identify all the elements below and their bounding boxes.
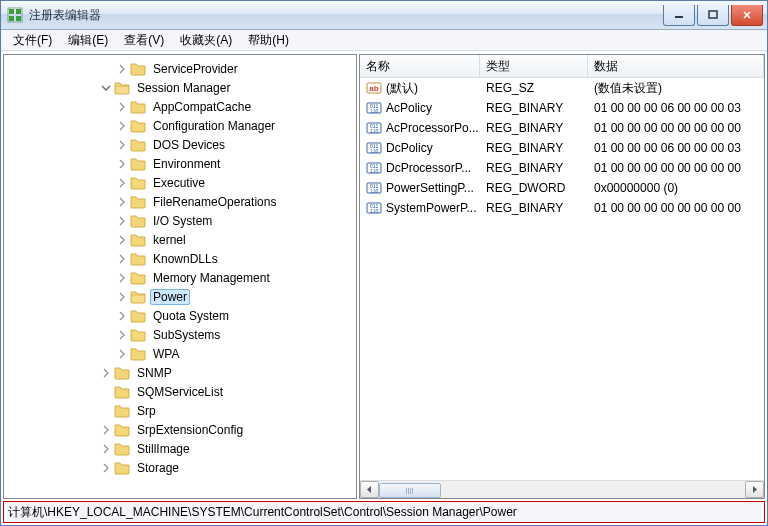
svg-rect-6 (709, 11, 717, 18)
tree-label[interactable]: WPA (150, 346, 182, 362)
list-row[interactable]: 011110AcProcessorPo...REG_BINARY01 00 00… (360, 118, 764, 138)
tree-item[interactable]: Environment (4, 154, 356, 173)
tree-label[interactable]: I/O System (150, 213, 215, 229)
expand-icon[interactable] (116, 101, 128, 113)
expand-icon[interactable] (116, 348, 128, 360)
expand-icon[interactable] (116, 329, 128, 341)
tree-item[interactable]: SNMP (4, 363, 356, 382)
list-row[interactable]: 011110SystemPowerP...REG_BINARY01 00 00 … (360, 198, 764, 218)
menu-help[interactable]: 帮助(H) (240, 30, 297, 51)
expand-icon[interactable] (100, 462, 112, 474)
expand-icon[interactable] (116, 120, 128, 132)
expand-icon[interactable] (100, 424, 112, 436)
tree-item[interactable]: Power (4, 287, 356, 306)
tree-item[interactable]: Storage (4, 458, 356, 477)
tree-label[interactable]: KnownDLLs (150, 251, 221, 267)
tree-item[interactable]: Memory Management (4, 268, 356, 287)
expand-icon[interactable] (116, 158, 128, 170)
scroll-track[interactable] (379, 482, 745, 497)
scroll-right-button[interactable] (745, 481, 764, 498)
horizontal-scrollbar[interactable] (360, 480, 764, 498)
expand-icon[interactable] (116, 63, 128, 75)
tree-label[interactable]: SNMP (134, 365, 175, 381)
tree-label[interactable]: ServiceProvider (150, 61, 241, 77)
maximize-button[interactable] (697, 5, 729, 26)
tree-label[interactable]: kernel (150, 232, 189, 248)
folder-icon (130, 270, 146, 286)
expand-icon[interactable] (116, 196, 128, 208)
cell-name: 011110AcPolicy (360, 100, 480, 116)
close-button[interactable] (731, 5, 763, 26)
column-data[interactable]: 数据 (588, 55, 764, 77)
tree-item[interactable]: Quota System (4, 306, 356, 325)
tree-label[interactable]: Memory Management (150, 270, 273, 286)
tree-item[interactable]: kernel (4, 230, 356, 249)
tree-label[interactable]: Environment (150, 156, 223, 172)
expand-icon[interactable] (100, 443, 112, 455)
menu-file[interactable]: 文件(F) (5, 30, 60, 51)
tree-label[interactable]: SrpExtensionConfig (134, 422, 246, 438)
tree-label[interactable]: Configuration Manager (150, 118, 278, 134)
expand-icon[interactable] (116, 215, 128, 227)
tree-label[interactable]: AppCompatCache (150, 99, 254, 115)
tree-item[interactable]: KnownDLLs (4, 249, 356, 268)
tree-label[interactable]: Storage (134, 460, 182, 476)
tree-item[interactable]: SubSystems (4, 325, 356, 344)
tree-item[interactable]: Session Manager (4, 78, 356, 97)
tree-item[interactable]: WPA (4, 344, 356, 363)
column-type[interactable]: 类型 (480, 55, 588, 77)
list-row[interactable]: 011110PowerSettingP...REG_DWORD0x0000000… (360, 178, 764, 198)
tree-label[interactable]: Executive (150, 175, 208, 191)
expand-icon[interactable] (116, 234, 128, 246)
expand-icon[interactable] (116, 291, 128, 303)
list-row[interactable]: 011110DcPolicyREG_BINARY01 00 00 00 06 0… (360, 138, 764, 158)
tree-item[interactable]: ServiceProvider (4, 59, 356, 78)
tree-pane[interactable]: ServiceProviderSession ManagerAppCompatC… (3, 54, 357, 499)
expand-icon[interactable] (116, 139, 128, 151)
menu-view[interactable]: 查看(V) (116, 30, 172, 51)
tree-label[interactable]: Quota System (150, 308, 232, 324)
column-name[interactable]: 名称 (360, 55, 480, 77)
tree-label[interactable]: Power (150, 289, 190, 305)
tree-label[interactable]: FileRenameOperations (150, 194, 279, 210)
tree-label[interactable]: StillImage (134, 441, 193, 457)
list-pane[interactable]: 名称 类型 数据 ab(默认)REG_SZ(数值未设置)011110AcPoli… (359, 54, 765, 499)
tree-label[interactable]: SQMServiceList (134, 384, 226, 400)
expand-icon[interactable] (116, 253, 128, 265)
expand-icon[interactable] (100, 367, 112, 379)
list-row[interactable]: 011110AcPolicyREG_BINARY01 00 00 00 06 0… (360, 98, 764, 118)
tree-label[interactable]: SubSystems (150, 327, 223, 343)
tree-item[interactable]: StillImage (4, 439, 356, 458)
scroll-thumb[interactable] (379, 483, 441, 498)
tree-item[interactable]: SrpExtensionConfig (4, 420, 356, 439)
titlebar[interactable]: 注册表编辑器 (1, 1, 767, 30)
folder-icon (130, 175, 146, 191)
svg-text:ab: ab (369, 84, 378, 93)
list-row[interactable]: ab(默认)REG_SZ(数值未设置) (360, 78, 764, 98)
tree-label[interactable]: Srp (134, 403, 159, 419)
tree-item[interactable]: Configuration Manager (4, 116, 356, 135)
tree-item[interactable]: FileRenameOperations (4, 192, 356, 211)
collapse-icon[interactable] (100, 82, 112, 94)
list-header[interactable]: 名称 类型 数据 (360, 55, 764, 78)
menu-edit[interactable]: 编辑(E) (60, 30, 116, 51)
tree-item[interactable]: I/O System (4, 211, 356, 230)
tree-label[interactable]: DOS Devices (150, 137, 228, 153)
tree-item[interactable]: SQMServiceList (4, 382, 356, 401)
expand-icon[interactable] (116, 272, 128, 284)
cell-data: 01 00 00 00 00 00 00 00 00 (588, 161, 764, 175)
tree-item[interactable]: AppCompatCache (4, 97, 356, 116)
tree-item[interactable]: Executive (4, 173, 356, 192)
menu-favorites[interactable]: 收藏夹(A) (172, 30, 240, 51)
tree-item[interactable]: DOS Devices (4, 135, 356, 154)
svg-rect-1 (16, 9, 21, 14)
list-body[interactable]: ab(默认)REG_SZ(数值未设置)011110AcPolicyREG_BIN… (360, 78, 764, 480)
scroll-left-button[interactable] (360, 481, 379, 498)
tree-item[interactable]: Srp (4, 401, 356, 420)
tree-label[interactable]: Session Manager (134, 80, 233, 96)
expand-icon[interactable] (116, 310, 128, 322)
expand-icon[interactable] (116, 177, 128, 189)
minimize-button[interactable] (663, 5, 695, 26)
folder-icon (114, 403, 130, 419)
list-row[interactable]: 011110DcProcessorP...REG_BINARY01 00 00 … (360, 158, 764, 178)
